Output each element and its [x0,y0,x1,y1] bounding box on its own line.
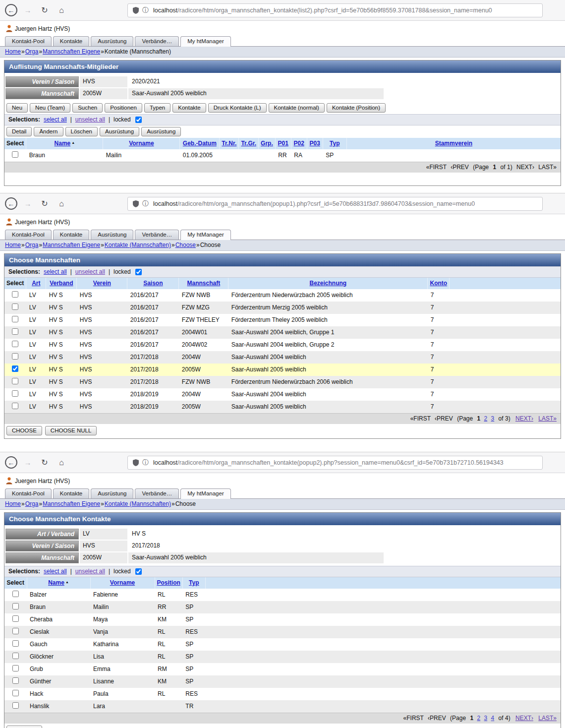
info-icon[interactable]: ⓘ [142,458,149,467]
sort-name-link[interactable]: Name [48,579,64,586]
typen-button[interactable]: Typen [144,103,170,113]
page-link-4[interactable]: 4 [491,715,495,722]
sort-stammverein-link[interactable]: Stammverein [435,140,472,147]
row-select-checkbox[interactable] [12,316,18,322]
kontakte-button[interactable]: Kontakte [172,103,206,113]
page-link-2[interactable]: 2 [484,415,488,422]
row-select-checkbox[interactable] [12,628,19,634]
row-select-checkbox[interactable] [12,690,19,696]
row-select-checkbox[interactable] [12,403,18,409]
row-select-checkbox[interactable] [12,341,18,347]
select-all-link[interactable]: select all [44,568,67,575]
row-select-checkbox[interactable] [12,291,18,298]
row-select-checkbox[interactable] [12,665,19,671]
tab-ausruestung[interactable]: Ausrüstung [91,230,133,240]
row-select-checkbox[interactable] [12,303,18,310]
unselect-all-link[interactable]: unselect all [75,568,105,575]
url-bar[interactable]: ⓘ localhost/radicore/htm/orga_mannschaft… [127,3,543,17]
last-page-link[interactable]: LAST» [538,715,557,722]
locked-checkbox[interactable] [135,568,142,575]
locked-checkbox[interactable] [135,269,142,275]
detail-button[interactable]: Detail [6,127,32,136]
row-select-checkbox[interactable] [12,653,19,659]
row-select-checkbox[interactable] [12,151,18,158]
neu-button[interactable]: Neu [6,103,28,113]
sort-bezeichnung-link[interactable]: Bezeichnung [310,280,347,287]
unselect-all-link[interactable]: unselect all [75,268,105,275]
tab-my-htmanager[interactable]: My htManager [180,36,231,47]
choose-button[interactable]: CHOOSE [6,726,42,728]
breadcrumb-link-mannschaften-eigene[interactable]: Mannschaften Eigene [43,48,100,55]
sort-vorname-link[interactable]: Vorname [110,579,135,586]
next-page-link[interactable]: NEXT› [515,415,533,422]
positionen-button[interactable]: Positionen [105,103,142,113]
sort-p01-link[interactable]: P01 [278,140,288,147]
druck-kontakte-button[interactable]: Druck Kontakte (L) [208,103,267,113]
sort-position-link[interactable]: Position [157,579,180,586]
row-select-checkbox[interactable] [12,353,18,360]
sort-art-link[interactable]: Art [32,280,40,287]
breadcrumb-link-mannschaften-eigene[interactable]: Mannschaften Eigene [43,242,100,248]
select-all-link[interactable]: select all [44,268,67,275]
tab-verbaende[interactable]: Verbände… [135,36,179,46]
home-button[interactable]: ⌂ [55,197,68,210]
tab-kontakte[interactable]: Kontakte [53,488,89,498]
back-button[interactable]: ← [5,456,17,469]
ausruestung-button[interactable]: Ausrüstung [100,127,139,136]
row-select-checkbox[interactable] [12,591,19,597]
sort-typ-link[interactable]: Typ [330,140,339,147]
row-select-checkbox[interactable] [12,677,19,684]
sort-name-link[interactable]: Name [55,140,71,147]
choose-null-button[interactable]: CHOOSE NULL [45,426,97,435]
row-select-checkbox[interactable] [12,615,19,622]
sort-vorname-link[interactable]: Vorname [129,140,154,147]
sort-verein-link[interactable]: Verein [93,280,111,287]
forward-button[interactable]: → [21,456,34,469]
loeschen-button[interactable]: Löschen [65,127,98,136]
tab-kontakt-pool[interactable]: Kontakt-Pool [5,488,52,498]
aendern-button[interactable]: Ändern [34,127,63,136]
tab-ausruestung[interactable]: Ausrüstung [91,488,133,498]
breadcrumb-link-home[interactable]: Home [5,500,21,507]
tab-my-htmanager[interactable]: My htManager [180,230,231,240]
breadcrumb-link-orga[interactable]: Orga [25,500,39,507]
reload-button[interactable]: ↻ [38,456,51,469]
sort-saison-link[interactable]: Saison [143,280,163,287]
breadcrumb-link-home[interactable]: Home [5,242,21,248]
breadcrumb-link-orga[interactable]: Orga [25,242,39,248]
info-icon[interactable]: ⓘ [142,199,149,208]
last-page-link[interactable]: LAST» [538,415,557,422]
tab-kontakt-pool[interactable]: Kontakt-Pool [5,36,52,46]
breadcrumb-link-kontakte-mannschaften[interactable]: Kontakte (Mannschaften) [105,500,171,507]
sort-konto-link[interactable]: Konto [430,280,448,287]
sort-trnr-link[interactable]: Tr.Nr. [222,140,236,147]
row-select-checkbox[interactable] [12,603,19,609]
breadcrumb-link-mannschaften-eigene[interactable]: Mannschaften Eigene [43,500,100,507]
url-bar[interactable]: ⓘ localhost/radicore/htm/orga_mannschaft… [127,197,543,211]
next-page-link[interactable]: NEXT› [515,715,533,722]
sort-trgr-link[interactable]: Tr.Gr. [241,140,256,147]
home-button[interactable]: ⌂ [55,4,68,17]
info-icon[interactable]: ⓘ [142,6,149,15]
suchen-button[interactable]: Suchen [72,103,103,113]
sort-typ-link[interactable]: Typ [189,579,199,586]
shield-icon[interactable] [133,7,139,14]
tab-verbaende[interactable]: Verbände… [135,488,179,498]
page-link-3[interactable]: 3 [491,415,495,422]
row-select-checkbox[interactable] [12,390,18,397]
reload-button[interactable]: ↻ [38,4,51,17]
back-button[interactable]: ← [5,4,17,16]
sort-p02-link[interactable]: P02 [294,140,304,147]
locked-checkbox[interactable] [135,117,142,123]
row-select-checkbox[interactable] [12,702,19,709]
ausruestung-button-2[interactable]: Ausrüstung [141,127,181,136]
breadcrumb-link-choose[interactable]: Choose [175,242,196,248]
select-all-link[interactable]: select all [44,116,67,123]
tab-verbaende[interactable]: Verbände… [135,230,179,240]
row-select-checkbox[interactable] [12,365,18,372]
row-select-checkbox[interactable] [12,640,19,647]
row-select-checkbox[interactable] [12,378,18,384]
row-select-checkbox[interactable] [12,328,18,335]
url-bar[interactable]: ⓘ localhost/radicore/htm/orga_mannschaft… [127,456,543,470]
shield-icon[interactable] [133,459,139,466]
